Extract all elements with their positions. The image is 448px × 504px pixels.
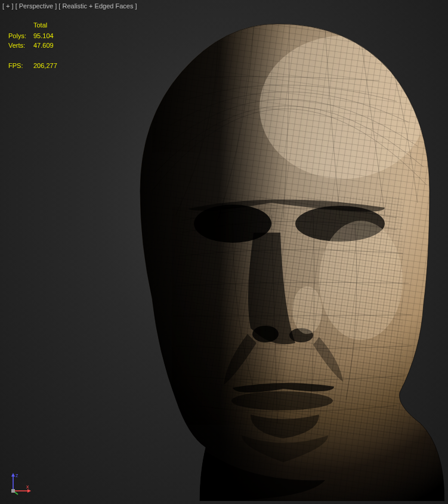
viewport-3d-area[interactable] [0, 0, 448, 504]
svg-rect-10 [98, 18, 444, 501]
viewport-shading-menu[interactable]: [ Realistic + Edged Faces ] [58, 2, 137, 10]
svg-point-6 [231, 391, 333, 410]
stats-verts-value: 47.609 [33, 41, 63, 50]
stats-fps-label: FPS: [8, 61, 33, 70]
viewport-plus-menu[interactable]: [ + ] [2, 2, 14, 10]
viewport-label-bar: [ + ] [ Perspective ] [ Realistic + Edge… [2, 2, 137, 10]
svg-rect-11 [176, 197, 403, 435]
stats-total-header: Total [33, 20, 63, 30]
svg-point-4 [252, 326, 279, 342]
svg-rect-0 [98, 18, 444, 501]
svg-point-8 [319, 221, 403, 340]
stats-polys-value: 95.104 [33, 31, 63, 41]
axis-origin-icon [11, 489, 15, 493]
axis-gizmo[interactable]: z x [8, 472, 32, 496]
svg-rect-1 [98, 18, 444, 501]
svg-point-3 [295, 206, 385, 242]
axis-x-label: x [26, 484, 29, 490]
axis-z-arrow-icon [11, 473, 15, 477]
viewport-statistics: Total Polys: 95.104 Verts: 47.609 FPS: 2… [8, 20, 63, 70]
svg-point-7 [259, 36, 427, 179]
viewport-view-menu[interactable]: [ Perspective ] [16, 2, 57, 10]
stats-polys-label: Polys: [8, 31, 33, 41]
axis-z-label: z [16, 472, 18, 478]
svg-point-5 [289, 328, 313, 342]
svg-point-9 [292, 286, 322, 334]
stats-fps-value: 206,277 [33, 61, 63, 70]
svg-point-2 [194, 205, 271, 243]
stats-verts-label: Verts: [8, 41, 33, 50]
head-mesh-render [98, 18, 444, 501]
